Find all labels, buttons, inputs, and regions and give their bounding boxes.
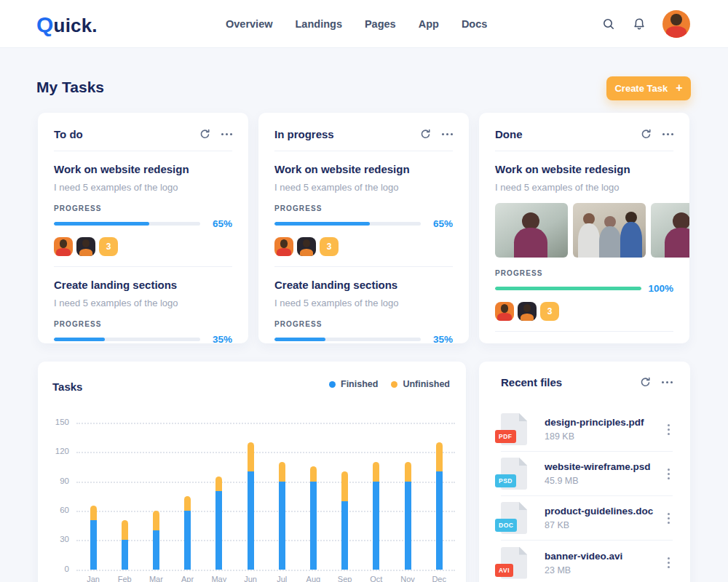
nav-item-docs[interactable]: Docs: [462, 18, 487, 30]
file-type-icon: AVI: [501, 547, 527, 579]
file-menu-icon[interactable]: [665, 510, 673, 527]
more-options-icon[interactable]: [662, 130, 673, 138]
sync-icon[interactable]: [199, 129, 210, 140]
file-row[interactable]: PSDwebsite-wireframe.psd45.9 MB: [501, 452, 673, 496]
chart-bar-jun: [248, 442, 254, 570]
chart-bar-jan: [90, 506, 97, 569]
task-description: I need 5 examples of the logo: [274, 298, 453, 308]
assignee-avatar: [297, 237, 316, 256]
nav-item-overview[interactable]: Overview: [226, 18, 273, 30]
file-row[interactable]: AVIbanner-video.avi23 MB: [501, 541, 673, 582]
nav-item-app[interactable]: App: [419, 18, 439, 30]
x-axis-tick: Dec: [426, 575, 452, 582]
divider: [54, 151, 232, 151]
sync-icon[interactable]: [420, 129, 431, 140]
column-title: Done: [495, 128, 641, 140]
file-name: website-wireframe.psd: [545, 461, 665, 472]
progress-track: [54, 222, 200, 226]
progress-bar: [54, 222, 149, 226]
gridline: [76, 452, 455, 453]
task-card[interactable]: Create landing sections I need 5 example…: [54, 279, 232, 343]
file-size: 189 KB: [545, 431, 665, 442]
x-axis-tick: May: [206, 575, 232, 582]
chart-bar-may: [215, 477, 222, 570]
search-icon[interactable]: [601, 17, 616, 31]
progress-bar: [274, 338, 325, 341]
chart-bar-nov: [405, 462, 411, 570]
file-menu-icon[interactable]: [665, 554, 673, 571]
app-logo[interactable]: Quick.: [36, 12, 98, 37]
task-title: Work on website redesign: [495, 163, 673, 175]
more-assignees-badge[interactable]: 3: [320, 237, 339, 256]
recent-files-title: Recent files: [501, 376, 640, 388]
file-name: design-principles.pdf: [545, 417, 665, 428]
file-name: product-guidelines.doc: [545, 506, 665, 517]
progress-label: PROGRESS: [54, 320, 232, 328]
progress-percent: 65%: [421, 218, 453, 229]
task-description: I need 5 examples of the logo: [495, 182, 673, 193]
x-axis-tick: Sep: [332, 575, 358, 582]
chart-bar-apr: [184, 496, 191, 570]
notifications-bell-icon[interactable]: [632, 17, 646, 31]
progress-track: [495, 287, 641, 290]
task-card[interactable]: Work on website redesign I need 5 exampl…: [274, 163, 453, 256]
divider: [274, 151, 453, 151]
assignee-avatar: [76, 237, 95, 256]
task-card[interactable]: Work on website redesign I need 5 exampl…: [495, 163, 673, 321]
attachment-photo[interactable]: [651, 203, 689, 258]
file-menu-icon[interactable]: [665, 466, 673, 482]
y-axis-tick: 0: [38, 565, 69, 573]
file-type-badge: AVI: [495, 564, 513, 577]
attachment-photo[interactable]: [573, 203, 646, 258]
more-options-icon[interactable]: [442, 130, 453, 138]
chart-bar-oct: [373, 462, 379, 570]
gridline: [76, 570, 455, 571]
y-axis-tick: 60: [38, 506, 69, 514]
divider: [495, 331, 673, 332]
file-size: 45.9 MB: [545, 476, 665, 486]
more-assignees-badge[interactable]: 3: [540, 302, 559, 321]
task-card[interactable]: Create landing sections I need 5 example…: [274, 279, 453, 343]
task-description: I need 5 examples of the logo: [274, 182, 453, 193]
sync-icon[interactable]: [640, 377, 651, 388]
file-type-icon: PSD: [501, 458, 527, 490]
more-options-icon[interactable]: [221, 130, 232, 138]
files-list: PDFdesign-principles.pdf189 KBPSDwebsite…: [501, 407, 673, 582]
file-menu-icon[interactable]: [665, 421, 673, 438]
chart-bar-jul: [279, 462, 285, 570]
chart-bar-dec: [436, 442, 443, 570]
file-row[interactable]: PDFdesign-principles.pdf189 KB: [501, 407, 673, 452]
tasks-chart-card: Tasks Finished Unfinished 1501209060300J…: [38, 362, 466, 582]
y-axis-tick: 90: [38, 477, 69, 485]
file-size: 23 MB: [545, 565, 665, 575]
assignee-avatar: [495, 302, 514, 321]
progress-percent: 100%: [641, 283, 673, 294]
main-nav: Overview Landings Pages App Docs: [226, 0, 487, 48]
more-options-icon[interactable]: [662, 378, 673, 386]
attachment-photo[interactable]: [495, 203, 568, 258]
x-axis-tick: Mar: [143, 575, 169, 582]
more-assignees-badge[interactable]: 3: [99, 237, 118, 256]
file-type-badge: PSD: [495, 474, 516, 487]
chart-bar-sep: [341, 471, 348, 569]
y-axis-tick: 120: [38, 447, 69, 455]
progress-bar: [274, 222, 370, 226]
nav-item-pages[interactable]: Pages: [365, 18, 396, 30]
y-axis-tick: 30: [38, 535, 69, 543]
progress-label: PROGRESS: [54, 204, 232, 212]
progress-bar: [54, 338, 105, 341]
task-card[interactable]: Work on website redesign I need 5 exampl…: [54, 163, 232, 256]
progress-bar: [495, 287, 641, 290]
recent-files-card: Recent files PDFdesign-principles.pdf189…: [479, 362, 690, 582]
progress-percent: 65%: [200, 218, 232, 229]
task-attachment-photos: [495, 203, 689, 258]
task-description: I need 5 examples of the logo: [54, 182, 232, 193]
nav-item-landings[interactable]: Landings: [296, 18, 342, 30]
task-title: Create landing sections: [54, 279, 232, 291]
x-axis-tick: Apr: [175, 575, 201, 582]
user-avatar[interactable]: [662, 10, 690, 38]
file-row[interactable]: DOCproduct-guidelines.doc87 KB: [501, 496, 673, 541]
sync-icon[interactable]: [641, 129, 652, 140]
create-task-button[interactable]: Create Task +: [606, 76, 691, 100]
divider: [54, 266, 232, 267]
